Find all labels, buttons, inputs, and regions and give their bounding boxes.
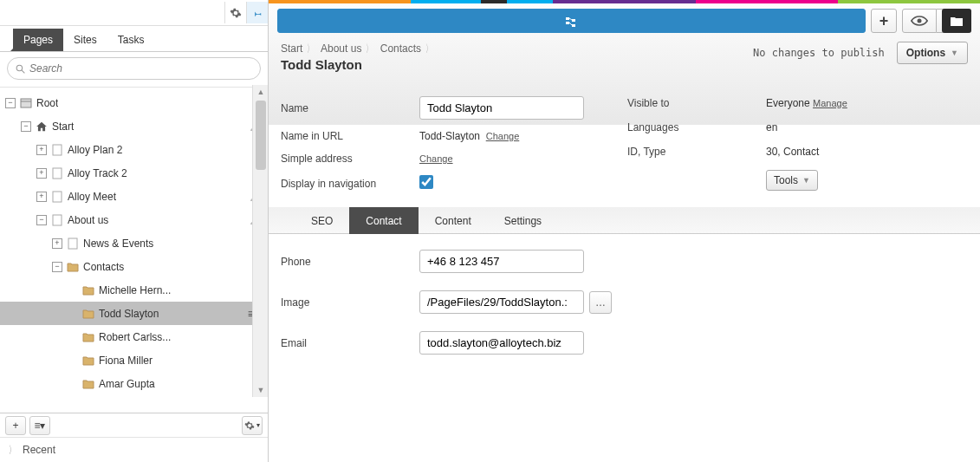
main-content: + Start〉 About us〉 Contacts〉 Todd Slayto… — [269, 3, 980, 462]
tree-item[interactable]: Michelle Hern... — [0, 278, 268, 302]
tree-item[interactable]: Amar Gupta — [0, 372, 268, 395]
folder-icon — [81, 307, 95, 321]
svg-rect-9 — [53, 215, 62, 225]
simple-address-label: Simple address — [281, 153, 419, 165]
publish-status: No changes to publish — [753, 47, 885, 59]
languages-label: Languages — [627, 121, 766, 133]
svg-point-18 — [918, 19, 922, 23]
svg-rect-6 — [53, 168, 62, 179]
page-icon — [66, 237, 80, 251]
folder-icon — [81, 377, 95, 391]
svg-rect-15 — [572, 24, 575, 27]
breadcrumb: Start〉 About us〉 Contacts〉 — [281, 42, 437, 56]
page-tree: − Root − Start + Alloy Plan 2 + Alloy Tr… — [0, 88, 268, 413]
tree-about-us[interactable]: − About us — [0, 208, 268, 231]
home-icon — [35, 120, 49, 133]
svg-rect-2 — [21, 99, 31, 107]
tab-contact[interactable]: Contact — [349, 207, 418, 234]
languages-value: en — [766, 121, 931, 133]
url-value: Todd-Slayton — [419, 130, 480, 142]
email-input[interactable] — [419, 331, 584, 355]
breadcrumb-item[interactable]: About us — [321, 42, 361, 55]
visible-label: Visible to — [627, 97, 766, 109]
page-icon — [50, 166, 64, 180]
simple-change-link[interactable]: Change — [419, 153, 453, 164]
id-type-value: 30, Contact — [766, 146, 931, 158]
tree-item[interactable]: + Alloy Meet — [0, 185, 268, 208]
tree-root[interactable]: − Root — [0, 91, 268, 114]
settings-button[interactable]: ▾ — [242, 416, 263, 435]
assets-button[interactable] — [942, 9, 971, 33]
breadcrumb-item[interactable]: Start — [281, 42, 302, 55]
gear-icon[interactable] — [224, 2, 246, 23]
add-button[interactable]: + — [5, 416, 26, 435]
manage-link[interactable]: Manage — [813, 98, 847, 108]
root-icon — [19, 96, 33, 110]
pin-icon[interactable] — [246, 2, 268, 23]
tree-item[interactable]: + Alloy Plan 2 — [0, 138, 268, 161]
svg-rect-11 — [68, 238, 77, 249]
folder-icon — [81, 354, 95, 368]
folder-icon — [66, 260, 80, 274]
breadcrumb-item[interactable]: Contacts — [380, 42, 421, 55]
toggle-tree-button[interactable] — [277, 9, 866, 33]
svg-rect-7 — [53, 192, 62, 202]
tree-item-selected[interactable]: Todd Slayton ≡▸ — [0, 302, 268, 325]
tab-sites[interactable]: Sites — [63, 29, 107, 51]
folder-icon — [81, 283, 95, 297]
search-icon — [15, 63, 26, 75]
tab-content[interactable]: Content — [419, 207, 488, 234]
display-nav-checkbox[interactable] — [419, 175, 433, 189]
new-button[interactable]: + — [871, 9, 897, 33]
page-title: Todd Slayton — [281, 57, 437, 72]
svg-rect-13 — [566, 22, 569, 24]
page-icon — [50, 190, 64, 204]
tools-button[interactable]: Tools▼ — [766, 170, 818, 191]
svg-line-16 — [569, 18, 572, 20]
url-change-link[interactable]: Change — [486, 131, 520, 141]
display-nav-label: Display in navigation — [281, 178, 419, 190]
phone-label: Phone — [281, 256, 419, 268]
tree-contacts[interactable]: − Contacts — [0, 255, 268, 278]
tree-item[interactable]: + News & Events — [0, 231, 268, 255]
svg-rect-14 — [572, 19, 575, 22]
name-input[interactable] — [419, 96, 584, 120]
id-type-label: ID, Type — [627, 146, 766, 158]
recent-panel[interactable]: 〉Recent — [0, 438, 268, 462]
preview-button[interactable] — [902, 9, 937, 33]
navigation-pane: Pages Sites Tasks − Root − Start + Alloy… — [0, 0, 269, 462]
tree-item[interactable]: Robert Carlss... — [0, 325, 268, 348]
search-input[interactable] — [7, 57, 261, 80]
svg-line-1 — [22, 70, 24, 73]
tab-tasks[interactable]: Tasks — [107, 29, 155, 51]
tree-item[interactable]: + Alloy Track 2 — [0, 161, 268, 185]
list-button[interactable]: ≡▾ — [29, 416, 50, 435]
folder-icon — [81, 330, 95, 344]
image-label: Image — [281, 296, 419, 309]
tab-settings[interactable]: Settings — [488, 207, 558, 234]
visible-value: Everyone — [766, 97, 810, 109]
tree-item[interactable]: Fiona Miller — [0, 348, 268, 372]
page-icon — [50, 143, 64, 157]
options-button[interactable]: Options▼ — [897, 42, 968, 64]
email-label: Email — [281, 337, 419, 349]
svg-rect-12 — [566, 17, 569, 20]
phone-input[interactable] — [419, 250, 584, 273]
browse-button[interactable]: … — [589, 291, 612, 314]
svg-point-0 — [16, 65, 23, 71]
scrollbar[interactable]: ▲ ▼ — [252, 85, 268, 397]
page-icon — [50, 213, 64, 227]
name-label: Name — [281, 102, 419, 114]
svg-rect-5 — [53, 145, 62, 155]
tab-seo[interactable]: SEO — [295, 207, 349, 234]
image-input[interactable] — [419, 290, 584, 314]
svg-line-17 — [569, 23, 572, 25]
tree-start[interactable]: − Start — [0, 114, 268, 138]
url-label: Name in URL — [281, 130, 419, 142]
